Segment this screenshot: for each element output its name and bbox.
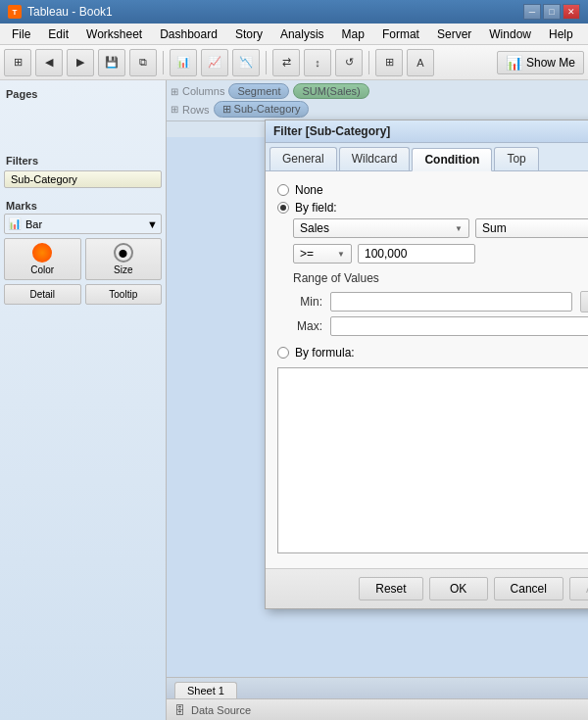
show-me-icon: 📊 — [506, 55, 522, 71]
tab-top[interactable]: Top — [494, 147, 538, 170]
radio-by-field-input[interactable] — [277, 202, 289, 214]
range-title: Range of Values — [293, 271, 588, 285]
forward-btn[interactable]: ▶ — [67, 49, 94, 76]
formula-section — [277, 367, 588, 556]
field-dropdown[interactable]: Sales ▼ — [293, 218, 469, 238]
menu-worksheet[interactable]: Worksheet — [78, 25, 150, 43]
menu-help[interactable]: Help — [541, 25, 581, 43]
dialog-overlay: Filter [Sub-Category] ✕ General Wildcard… — [167, 80, 588, 720]
max-input[interactable] — [330, 316, 588, 336]
save-btn[interactable]: 💾 — [98, 49, 125, 76]
close-window-button[interactable]: ✕ — [563, 4, 580, 20]
menu-bar: File Edit Worksheet Dashboard Story Anal… — [0, 24, 588, 45]
min-label: Min: — [293, 295, 322, 309]
load-button[interactable]: Load — [580, 291, 588, 312]
toolbar: ⊞ ◀ ▶ 💾 ⧉ 📊 📈 📉 ⇄ ↕ ↺ ⊞ A 📊 Show Me — [0, 45, 588, 80]
min-input[interactable] — [330, 292, 572, 312]
radio-by-formula-label: By formula: — [295, 346, 355, 360]
range-section: Range of Values Min: Load Max: — [277, 271, 588, 336]
menu-window[interactable]: Window — [481, 25, 539, 43]
radio-none-option[interactable]: None — [277, 183, 588, 197]
radio-by-field-option[interactable]: By field: — [277, 201, 588, 215]
duplicate-btn[interactable]: ⧉ — [129, 49, 157, 76]
dialog-tabs: General Wildcard Condition Top — [266, 143, 588, 171]
menu-analysis[interactable]: Analysis — [272, 25, 332, 43]
dialog-footer: Reset OK Cancel Apply — [266, 568, 588, 608]
tab-condition[interactable]: Condition — [412, 148, 492, 171]
aggregation-dropdown[interactable]: Sum ▼ — [475, 218, 588, 238]
radio-by-formula-input[interactable] — [277, 347, 289, 359]
sort-btn[interactable]: ↕ — [304, 49, 331, 76]
chart2-btn[interactable]: 📈 — [201, 49, 228, 76]
min-row: Min: Load — [293, 291, 588, 312]
marks-type-selector[interactable]: 📊 Bar ▼ — [4, 214, 162, 234]
group-btn[interactable]: ⊞ — [375, 49, 403, 76]
radio-by-formula-option[interactable]: By formula: — [277, 346, 588, 360]
pages-section-title: Pages — [4, 84, 162, 102]
db-icon: 🗄 — [174, 704, 185, 716]
label-btn[interactable]: A — [407, 49, 434, 76]
formula-textarea[interactable] — [277, 367, 588, 553]
aggregation-dropdown-value: Sum — [482, 221, 507, 235]
dialog-titlebar: Filter [Sub-Category] ✕ — [266, 120, 588, 143]
marks-bottom-row: Detail Tooltip — [4, 284, 162, 305]
color-label: Color — [7, 264, 78, 275]
menu-edit[interactable]: Edit — [40, 25, 76, 43]
content-area: ⊞ Columns Segment SUM(Sales) ⊞ Rows ⊞ Su… — [167, 80, 588, 720]
operator-value: >= — [300, 247, 314, 261]
back-btn[interactable]: ◀ — [35, 49, 63, 76]
menu-file[interactable]: File — [4, 25, 38, 43]
status-bar: 🗄 Data Source — [167, 698, 588, 720]
size-label: Size — [88, 264, 160, 275]
chart1-btn[interactable]: 📊 — [170, 49, 197, 76]
tooltip-button[interactable]: Tooltip — [85, 284, 163, 305]
menu-story[interactable]: Story — [227, 25, 270, 43]
menu-dashboard[interactable]: Dashboard — [152, 25, 225, 43]
filter-dialog: Filter [Sub-Category] ✕ General Wildcard… — [265, 120, 588, 609]
swap-btn[interactable]: ⇄ — [272, 49, 300, 76]
separator2 — [266, 51, 267, 74]
main-area: Pages Filters Sub-Category Marks 📊 Bar ▼… — [0, 80, 588, 720]
tab-general[interactable]: General — [270, 147, 337, 170]
field-dropdown-arrow: ▼ — [455, 224, 463, 233]
cancel-button[interactable]: Cancel — [494, 577, 564, 600]
chart3-btn[interactable]: 📉 — [232, 49, 260, 76]
apply-button[interactable]: Apply — [569, 577, 588, 600]
sheet1-tab[interactable]: Sheet 1 — [174, 682, 237, 698]
separator1 — [163, 51, 164, 74]
radio-none-input[interactable] — [277, 184, 289, 196]
menu-map[interactable]: Map — [334, 25, 372, 43]
new-btn[interactable]: ⊞ — [4, 49, 31, 76]
tab-wildcard[interactable]: Wildcard — [339, 147, 411, 170]
max-label: Max: — [293, 319, 322, 333]
menu-server[interactable]: Server — [429, 25, 479, 43]
field-dropdown-value: Sales — [300, 221, 329, 235]
show-me-label: Show Me — [526, 56, 575, 70]
show-me-button[interactable]: 📊 Show Me — [497, 51, 584, 74]
menu-format[interactable]: Format — [374, 25, 427, 43]
max-row: Max: — [293, 316, 588, 336]
field-dropdown-row: Sales ▼ Sum ▼ — [277, 218, 588, 238]
marks-buttons-grid: Color ⬤ Size — [4, 238, 162, 280]
maximize-button[interactable]: □ — [543, 4, 561, 20]
operator-dropdown[interactable]: >= ▼ — [293, 244, 352, 264]
ok-button[interactable]: OK — [429, 577, 488, 600]
refresh-btn[interactable]: ↺ — [335, 49, 363, 76]
bottom-tabs: Sheet 1 — [167, 677, 588, 698]
left-panel: Pages Filters Sub-Category Marks 📊 Bar ▼… — [0, 80, 167, 720]
reset-button[interactable]: Reset — [359, 577, 422, 600]
dialog-content: None By field: Sales ▼ — [266, 171, 588, 568]
color-button[interactable]: Color — [4, 238, 81, 280]
dialog-title: Filter [Sub-Category] — [273, 124, 390, 138]
marks-section: Marks 📊 Bar ▼ Color ⬤ Size Detail Toolti… — [4, 196, 162, 305]
filter-sub-category[interactable]: Sub-Category — [4, 170, 162, 188]
value-input[interactable] — [358, 244, 475, 264]
operator-value-row: >= ▼ — [277, 244, 588, 264]
title-bar-controls[interactable]: ─ □ ✕ — [523, 4, 580, 20]
title-bar: T Tableau - Book1 ─ □ ✕ — [0, 0, 588, 24]
detail-button[interactable]: Detail — [4, 284, 81, 305]
marks-type-label: Bar — [25, 218, 42, 230]
marks-section-title: Marks — [4, 196, 162, 214]
minimize-button[interactable]: ─ — [523, 4, 541, 20]
size-button[interactable]: ⬤ Size — [85, 238, 163, 280]
